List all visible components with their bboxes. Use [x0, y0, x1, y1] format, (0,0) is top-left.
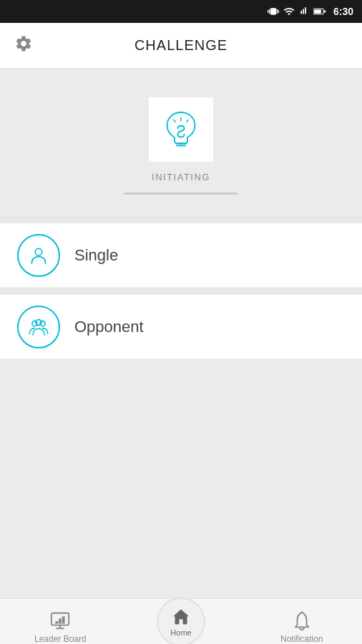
section-separator-2 — [0, 288, 362, 295]
section-separator-1 — [0, 216, 362, 223]
svg-line-6 — [174, 120, 176, 122]
time-display: 6:30 — [333, 6, 353, 17]
single-menu-item[interactable]: Single — [0, 223, 362, 288]
signal-icon — [299, 6, 309, 16]
lightbulb-container — [149, 97, 213, 162]
leaderboard-label: Leader Board — [34, 634, 87, 644]
svg-point-8 — [35, 248, 42, 255]
svg-rect-2 — [324, 11, 326, 13]
svg-line-7 — [187, 120, 189, 122]
person-icon — [27, 244, 50, 267]
gear-icon — [14, 34, 33, 53]
app-header: CHALLENGE — [0, 23, 362, 69]
progress-fill — [124, 192, 181, 195]
battery-icon — [313, 6, 326, 16]
single-icon-circle — [17, 234, 60, 277]
nav-leaderboard[interactable]: Leader Board — [0, 611, 121, 644]
vibrate-icon — [268, 6, 279, 17]
svg-rect-16 — [59, 618, 62, 623]
status-icons: 6:30 — [268, 6, 353, 17]
bell-icon — [292, 611, 312, 631]
home-icon — [171, 606, 191, 626]
svg-rect-17 — [62, 616, 65, 623]
status-bar: 6:30 — [0, 0, 362, 23]
opponent-icon-circle — [17, 306, 60, 348]
home-circle-button[interactable]: Home — [157, 597, 205, 645]
nav-home[interactable]: Home — [121, 603, 242, 645]
page-title: CHALLENGE — [134, 37, 228, 54]
svg-rect-1 — [314, 9, 321, 13]
opponent-menu-item[interactable]: Opponent — [0, 295, 362, 359]
progress-bar — [124, 192, 238, 195]
home-label: Home — [170, 628, 191, 637]
opponent-label: Opponent — [74, 318, 144, 336]
leaderboard-icon — [50, 611, 70, 631]
gray-area — [0, 359, 362, 598]
group-icon — [27, 316, 50, 338]
main-content: INITIATING Single — [0, 69, 362, 598]
initiating-label: INITIATING — [152, 172, 210, 182]
lightbulb-icon — [160, 108, 202, 151]
nav-notification[interactable]: Notification — [241, 611, 362, 644]
svg-rect-15 — [56, 621, 59, 624]
svg-point-18 — [300, 611, 303, 613]
initiating-section: INITIATING — [0, 69, 362, 216]
bottom-nav: Leader Board Home Notification — [0, 598, 362, 644]
settings-button[interactable] — [14, 34, 33, 57]
single-label: Single — [74, 246, 118, 265]
notification-label: Notification — [280, 634, 323, 644]
wifi-icon — [283, 6, 295, 17]
